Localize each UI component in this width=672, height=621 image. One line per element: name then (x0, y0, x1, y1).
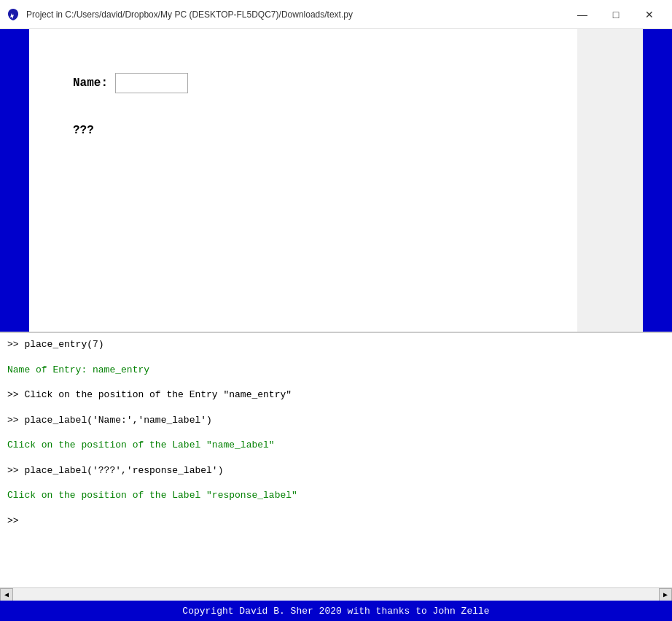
horizontal-scrollbar[interactable]: ◀ ▶ (0, 587, 672, 601)
console-line: >> place_entry(7) (7, 337, 665, 352)
main-area: Name: ??? EditClicks MakeApp Names >> pl… (0, 29, 672, 621)
canvas-inner: Name: ??? (29, 29, 577, 332)
console-line: Click on the position of the Label "name… (7, 438, 665, 453)
question-label: ??? (73, 124, 94, 137)
title-bar: Project in C:/Users/david/Dropbox/My PC … (0, 0, 672, 29)
hscroll-track[interactable] (13, 588, 659, 601)
console-line: >> place_label('Name:','name_label') (7, 413, 665, 428)
name-row: Name: (73, 73, 188, 93)
right-border-decoration (643, 29, 672, 332)
status-text: Copyright David B. Sher 2020 with thanks… (182, 606, 489, 617)
console-line: >> place_label('???','response_label') (7, 464, 665, 478)
canvas-content: Name: ??? EditClicks MakeApp Names (29, 29, 643, 332)
window-controls: — □ ✕ (566, 4, 666, 26)
console-line: Click on the position of the Label "resp… (7, 488, 665, 503)
maximize-button[interactable]: □ (599, 4, 633, 26)
close-button[interactable]: ✕ (633, 4, 666, 26)
scroll-right-button[interactable]: ▶ (659, 588, 672, 601)
left-border-decoration (0, 29, 29, 332)
status-bar: Copyright David B. Sher 2020 with thanks… (0, 601, 672, 621)
name-label: Name: (73, 77, 108, 90)
console-line: Name of Entry: name_entry (7, 363, 665, 378)
window-title: Project in C:/Users/david/Dropbox/My PC … (26, 9, 353, 20)
console-line: >> (7, 514, 665, 528)
app-icon (6, 7, 20, 22)
console-area[interactable]: >> place_entry(7)Name of Entry: name_ent… (0, 332, 672, 587)
title-bar-left: Project in C:/Users/david/Dropbox/My PC … (6, 7, 353, 22)
canvas-area: Name: ??? EditClicks MakeApp Names (0, 29, 672, 332)
minimize-button[interactable]: — (566, 4, 599, 26)
console-line: >> Click on the position of the Entry "n… (7, 388, 665, 402)
name-input[interactable] (115, 73, 188, 93)
scroll-left-button[interactable]: ◀ (0, 588, 13, 601)
